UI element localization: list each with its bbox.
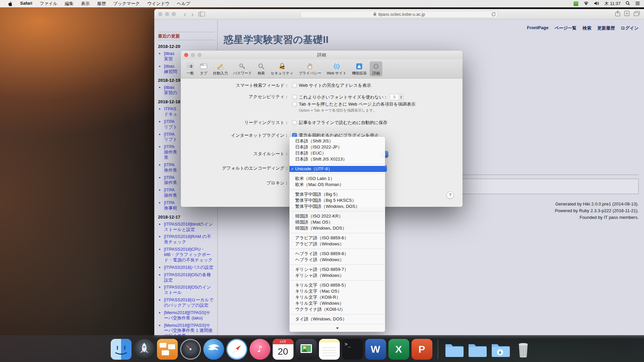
menu-bar-clock[interactable]: 木 11:37	[604, 1, 621, 7]
font-size-select[interactable]: 9	[390, 94, 404, 100]
prefs-tab-機能拡張[interactable]: 機能拡張	[350, 61, 369, 76]
share-icon[interactable]	[615, 10, 620, 18]
encoding-option[interactable]: 欧米（Mac OS Roman）	[289, 182, 385, 188]
dock-finder-icon[interactable]	[111, 339, 131, 360]
encoding-option[interactable]: Unicode（UTF-8）	[289, 166, 385, 172]
menubar-item[interactable]: 編集	[61, 1, 77, 7]
forward-button[interactable]: ›	[189, 11, 197, 17]
wiki-nav-link[interactable]: 更新履歴	[597, 25, 615, 31]
prefs-tab-プライバシー[interactable]: プライバシー	[297, 61, 324, 76]
spotlight-icon[interactable]	[626, 1, 630, 7]
menubar-item[interactable]: ブックマーク	[109, 1, 144, 7]
menubar-item[interactable]: ヘルプ	[173, 1, 194, 7]
minimize-button[interactable]	[165, 12, 169, 16]
encoding-option[interactable]: 繁体字中国語（Big 5 HKSCS）	[289, 197, 385, 203]
apple-menu[interactable]	[4, 1, 16, 6]
help-button[interactable]: ?	[446, 191, 454, 199]
encoding-option[interactable]: 日本語（EUC）	[289, 150, 385, 156]
prefs-tab-セキュリティ[interactable]: セキュリティ	[268, 61, 296, 76]
sidebar-link[interactable]: [ITPASS2018]パスの設定	[164, 265, 215, 270]
checkbox-offline-save[interactable]	[292, 120, 297, 125]
encoding-option[interactable]: キリル文字（KOI8-R）	[289, 294, 385, 300]
dock-dashboard-icon[interactable]	[180, 339, 201, 360]
sidebar-toggle-icon[interactable]	[196, 12, 207, 16]
prefs-tab-検索[interactable]: 検索	[255, 61, 268, 76]
encoding-option[interactable]: ヘブライ語（Windows）	[289, 257, 385, 263]
address-bar[interactable]: itpass.scitec.kobe-u.ac.jp	[301, 11, 498, 18]
dock-downloads-icon[interactable]	[490, 339, 511, 360]
dock-powerpoint-icon[interactable]: P	[412, 339, 432, 360]
status-menu-icon[interactable]	[574, 1, 578, 6]
prefs-tab-パスワード[interactable]: パスワード	[231, 61, 254, 76]
encoding-option[interactable]: 日本語（Shift JIS）	[289, 138, 385, 144]
sidebar-link[interactable]: [ITPASS2018]bindのインストールと設定	[164, 222, 215, 232]
encoding-option[interactable]: アラビア語（ISO 8859-6）	[289, 235, 385, 241]
sidebar-link[interactable]: [ITPASS2018]RAM の不良チェック	[164, 234, 215, 245]
zoom-button[interactable]	[172, 12, 176, 16]
dock-excel-icon[interactable]: X	[388, 339, 409, 360]
prefs-tab-タブ[interactable]: タブ	[197, 61, 210, 76]
encoding-option[interactable]: ギリシャ語（ISO 8859-7）	[289, 266, 385, 273]
tab-overview-icon[interactable]	[634, 11, 640, 17]
prefs-tab-自動入力[interactable]: 自動入力	[211, 61, 230, 76]
checkbox-show-full-address[interactable]	[292, 83, 297, 88]
close-button[interactable]	[158, 12, 162, 16]
encoding-option[interactable]: 欧米（ISO Latin 1）	[289, 176, 385, 182]
wifi-icon[interactable]	[583, 1, 589, 6]
menubar-item[interactable]: 表示	[77, 1, 93, 7]
dock-folder-1-icon[interactable]	[443, 339, 464, 360]
encoding-option[interactable]: アラビア語（Windows）	[289, 241, 385, 247]
encoding-option[interactable]: 韓国語（Mac OS）	[289, 219, 385, 225]
wiki-nav-link[interactable]: FrontPage	[527, 25, 548, 31]
encoding-option[interactable]: 韓国語（Windows, DOS）	[289, 225, 385, 231]
prefs-tab-詳細[interactable]: 詳細	[370, 61, 382, 76]
encoding-option[interactable]: キリル文字（Mac OS）	[289, 288, 385, 294]
dock-word-icon[interactable]: W	[365, 339, 386, 360]
encoding-option[interactable]: 繁体字中国語（Windows, DOS）	[289, 203, 385, 209]
dock-trash-icon[interactable]	[513, 339, 534, 360]
encoding-option[interactable]: ウクライナ語（KOI8-U）	[289, 306, 385, 312]
scroll-down-icon[interactable]	[289, 326, 385, 330]
sidebar-link[interactable]: [ITPASS2018]CPU・MB・グラフィックボード・電源の不良チェック	[164, 247, 215, 263]
new-tab-icon[interactable]	[624, 11, 630, 17]
wiki-nav-link[interactable]: ページ一覧	[554, 25, 577, 31]
menubar-item[interactable]: 履歴	[93, 1, 109, 7]
dock-photo-booth-icon[interactable]	[296, 339, 317, 360]
refresh-icon[interactable]	[491, 12, 496, 17]
dock-thunderbird-icon[interactable]	[203, 339, 224, 360]
dock-safari-icon[interactable]	[226, 339, 247, 360]
sidebar-link[interactable]: [ITPASS2018]OSの各種設定	[164, 272, 215, 283]
prefs-tab-一般[interactable]: 一般	[184, 61, 197, 76]
sidebar-link[interactable]: [Memo2018][ITPASS]サーバ交換作業 (tako)	[164, 310, 215, 321]
dock-terminal-icon[interactable]: >_	[342, 339, 363, 360]
wiki-nav-link[interactable]: ログイン	[621, 25, 639, 31]
menubar-item[interactable]: ウインドウ	[144, 1, 173, 7]
encoding-option[interactable]: タイ語（Windows, DOS）	[289, 316, 385, 322]
wiki-nav-link[interactable]: 検索	[583, 25, 591, 31]
encoding-option[interactable]: ギリシャ語（Windows）	[289, 273, 385, 279]
sidebar-link[interactable]: [Memo2018][ITPASS]サーバ交換事作業 1 週間後に行う作業	[164, 323, 215, 336]
dock-calendar-icon[interactable]: 12月20	[273, 339, 293, 360]
encoding-option[interactable]: 日本語（Shift JIS X0213）	[289, 156, 385, 162]
dock-launchpad-icon[interactable]	[134, 339, 155, 360]
checkbox-tab-highlight[interactable]	[292, 102, 297, 107]
sidebar-link[interactable]: [ITPASS2018]OSのインストール	[164, 285, 215, 295]
encoding-option[interactable]: 繁体字中国語（Big 5）	[289, 191, 385, 197]
back-button[interactable]: ‹	[181, 11, 189, 17]
encoding-option[interactable]: 韓国語（ISO 2022-KR）	[289, 213, 385, 219]
prefs-tab-Web サイト[interactable]: Web サイト	[324, 61, 349, 76]
checkbox-min-font-size[interactable]	[292, 95, 297, 100]
menubar-item[interactable]: Safari	[16, 1, 36, 7]
sidebar-link[interactable]: [ITPASS2018]ローカルでのバックアップの設定	[164, 297, 215, 308]
encoding-option[interactable]: ヘブライ語（ISO 8859-8）	[289, 251, 385, 257]
dock-mission-control-icon[interactable]	[157, 339, 178, 360]
encoding-option[interactable]: キリル文字（ISO 8859-5）	[289, 282, 385, 288]
dock-itunes-icon[interactable]: ♪	[250, 339, 270, 360]
volume-icon[interactable]	[594, 1, 599, 6]
encoding-option[interactable]: 日本語（ISO 2022-JP）	[289, 144, 385, 150]
notification-center-icon[interactable]	[635, 1, 640, 6]
dock-folder-2-icon[interactable]	[467, 339, 487, 360]
menubar-item[interactable]: ファイル	[36, 1, 61, 7]
prefs-close-button[interactable]	[184, 53, 188, 57]
dock-notes-icon[interactable]	[319, 339, 340, 360]
